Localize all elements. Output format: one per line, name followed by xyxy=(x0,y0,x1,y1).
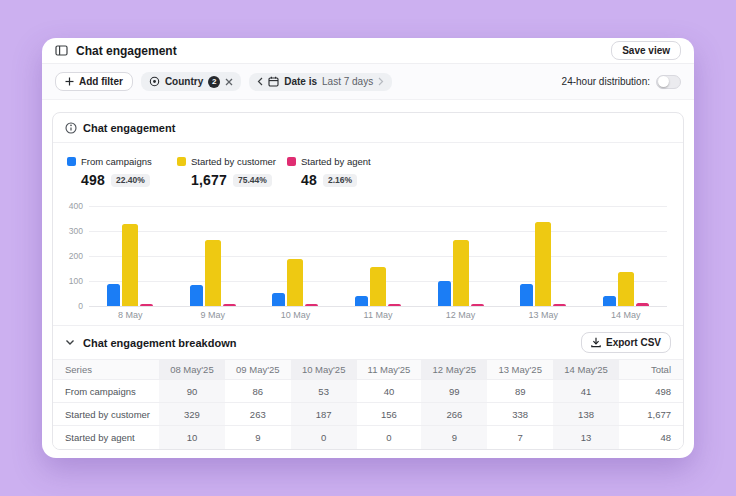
sidebar-panel-icon[interactable] xyxy=(55,44,68,57)
country-filter-chip[interactable]: Country 2 xyxy=(141,72,241,91)
calendar-icon xyxy=(268,76,279,87)
bar-from-campaigns[interactable] xyxy=(520,284,533,306)
bar-started-by-customer[interactable] xyxy=(370,267,386,306)
bar-started-by-customer[interactable] xyxy=(535,222,551,307)
chart-plot xyxy=(89,206,667,306)
legend-item[interactable]: Started by agent482.16% xyxy=(287,156,397,188)
bar-group xyxy=(502,206,585,306)
table-cell: 99 xyxy=(421,380,487,403)
bar-started-by-agent[interactable] xyxy=(305,304,318,306)
table-cell: 9 xyxy=(421,426,487,449)
table-header-cell: 08 May'25 xyxy=(159,360,225,380)
x-axis-tick-label: 8 May xyxy=(89,310,172,320)
distribution-toggle-label: 24-hour distribution: xyxy=(562,76,650,87)
page-title: Chat engagement xyxy=(76,44,177,58)
filter-bar: Add filter Country 2 Date is Last 7 days xyxy=(42,64,694,100)
table-header-cell: 11 May'25 xyxy=(357,360,422,380)
legend-color-swatch xyxy=(67,157,76,166)
table-cell: 10 xyxy=(159,426,225,449)
bar-started-by-agent[interactable] xyxy=(636,303,649,306)
breakdown-title: Chat engagement breakdown xyxy=(83,337,236,349)
add-filter-button[interactable]: Add filter xyxy=(55,72,133,91)
export-csv-button[interactable]: Export CSV xyxy=(581,332,671,353)
bar-started-by-customer[interactable] xyxy=(618,272,634,307)
table-header-cell: Series xyxy=(53,360,159,380)
bar-from-campaigns[interactable] xyxy=(355,296,368,306)
bar-started-by-agent[interactable] xyxy=(223,304,236,306)
x-axis-tick-label: 14 May xyxy=(584,310,667,320)
bar-from-campaigns[interactable] xyxy=(438,281,451,306)
bar-started-by-customer[interactable] xyxy=(122,224,138,306)
legend-series-percent: 2.16% xyxy=(323,174,357,187)
table-cell: 138 xyxy=(553,403,619,426)
date-chip-prefix: Date is xyxy=(284,76,317,87)
table-cell: 48 xyxy=(619,426,683,449)
next-date-range-icon[interactable] xyxy=(378,77,384,86)
bar-started-by-agent[interactable] xyxy=(471,304,484,306)
distribution-toggle-group: 24-hour distribution: xyxy=(562,75,681,89)
legend-series-value: 498 xyxy=(81,172,105,188)
table-header-cell: 10 May'25 xyxy=(291,360,357,380)
x-axis-tick-label: 13 May xyxy=(502,310,585,320)
gridline xyxy=(89,306,667,307)
table-cell: 0 xyxy=(357,426,422,449)
distribution-toggle-switch[interactable] xyxy=(656,75,681,89)
prev-date-range-icon[interactable] xyxy=(257,77,263,86)
plus-icon xyxy=(65,77,74,86)
bar-group xyxy=(584,206,667,306)
legend-color-swatch xyxy=(177,157,186,166)
x-axis-tick-label: 12 May xyxy=(419,310,502,320)
add-filter-label: Add filter xyxy=(79,76,123,87)
breakdown-table: Series08 May'2509 May'2510 May'2511 May'… xyxy=(53,359,683,449)
toggle-knob xyxy=(658,76,669,87)
export-csv-label: Export CSV xyxy=(606,337,661,348)
download-icon xyxy=(591,337,601,348)
legend-series-percent: 22.40% xyxy=(111,174,150,187)
bar-started-by-customer[interactable] xyxy=(205,240,221,306)
y-axis-tick-label: 0 xyxy=(59,301,83,311)
bar-from-campaigns[interactable] xyxy=(107,284,120,307)
table-cell: From campaigns xyxy=(53,380,159,403)
save-view-button[interactable]: Save view xyxy=(611,41,681,60)
table-cell: 86 xyxy=(225,380,291,403)
date-filter-chip[interactable]: Date is Last 7 days xyxy=(249,73,392,91)
bar-from-campaigns[interactable] xyxy=(272,293,285,306)
legend-series-name: Started by customer xyxy=(191,156,276,167)
table-header-cell: 12 May'25 xyxy=(421,360,487,380)
legend-series-value: 48 xyxy=(301,172,317,188)
table-cell: 9 xyxy=(225,426,291,449)
table-cell: 90 xyxy=(159,380,225,403)
table-cell: 89 xyxy=(487,380,553,403)
remove-country-filter-icon[interactable] xyxy=(225,78,233,86)
bar-group xyxy=(419,206,502,306)
chart-panel-title: Chat engagement xyxy=(83,122,175,134)
bar-started-by-agent[interactable] xyxy=(140,304,153,307)
bar-from-campaigns[interactable] xyxy=(190,285,203,307)
y-axis-tick-label: 200 xyxy=(59,251,83,261)
legend-item[interactable]: From campaigns49822.40% xyxy=(67,156,177,188)
bar-started-by-agent[interactable] xyxy=(553,304,566,306)
x-axis-tick-label: 10 May xyxy=(254,310,337,320)
bar-chart: 0100200300400 8 May9 May10 May11 May12 M… xyxy=(59,200,671,325)
desktop-background: { "colors": { "background": "#ccb0f0", "… xyxy=(0,0,736,496)
table-header-cell: Total xyxy=(619,360,683,380)
collapse-chevron-down-icon[interactable] xyxy=(65,339,75,346)
table-cell: 338 xyxy=(487,403,553,426)
bar-started-by-agent[interactable] xyxy=(388,304,401,306)
info-icon[interactable] xyxy=(65,122,77,134)
bar-from-campaigns[interactable] xyxy=(603,296,616,306)
breakdown-header: Chat engagement breakdown Export CSV xyxy=(53,325,683,359)
table-cell: 1,677 xyxy=(619,403,683,426)
table-cell: 13 xyxy=(553,426,619,449)
table-header-row: Series08 May'2509 May'2510 May'2511 May'… xyxy=(53,360,683,380)
bar-started-by-customer[interactable] xyxy=(453,240,469,307)
legend-item[interactable]: Started by customer1,67775.44% xyxy=(177,156,287,188)
table-cell: 40 xyxy=(357,380,422,403)
table-cell: 263 xyxy=(225,403,291,426)
table-row: Started by agent10900971348 xyxy=(53,426,683,449)
legend-series-percent: 75.44% xyxy=(233,174,272,187)
y-axis-tick-label: 400 xyxy=(59,201,83,211)
bar-started-by-customer[interactable] xyxy=(287,259,303,306)
table-cell: 0 xyxy=(291,426,357,449)
table-cell: 53 xyxy=(291,380,357,403)
